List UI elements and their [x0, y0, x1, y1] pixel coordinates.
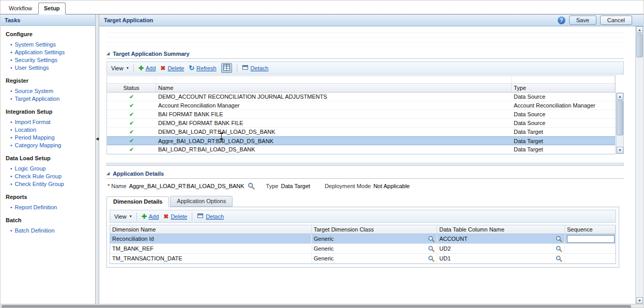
chevron-down-icon: ▾: [130, 214, 132, 219]
header-actions: ? Save Cancel: [558, 16, 632, 25]
add-button[interactable]: ✚ Add: [142, 213, 159, 220]
status-ok-icon: ✔: [129, 120, 134, 127]
sidebar-item-target-application[interactable]: •Target Application: [6, 95, 93, 102]
view-menu-button[interactable]: View ▾: [114, 213, 132, 220]
status-ok-icon: ✔: [129, 129, 134, 135]
collapse-triangle-icon[interactable]: ◢: [106, 51, 110, 56]
toolbar-separator: [192, 212, 192, 221]
column-header-sequence[interactable]: Sequence: [565, 225, 616, 234]
search-lookup-icon[interactable]: [553, 245, 562, 252]
cancel-button[interactable]: Cancel: [600, 16, 632, 25]
column-header-type[interactable]: Type: [512, 84, 615, 92]
column-header-status[interactable]: Status: [107, 84, 156, 92]
required-asterisk: *: [108, 183, 110, 189]
horizontal-panel-splitter[interactable]: [106, 163, 624, 166]
sidebar-item-import-format[interactable]: •Import Format: [6, 118, 93, 126]
status-cell: ✔: [107, 93, 156, 101]
sidebar-item-check-entity-group[interactable]: •Check Entity Group: [6, 180, 93, 188]
target-dimension-class-cell: Generic: [312, 244, 437, 253]
deployment-mode-label: Deployment Mode: [325, 183, 371, 189]
search-lookup-icon[interactable]: [553, 255, 562, 262]
sidebar-section-data-load-setup: Data Load Setup•Logic Group•Check Rule G…: [6, 155, 93, 188]
details-section-title: Application Details: [113, 171, 164, 177]
add-icon: ✚: [139, 65, 144, 72]
horizontal-scrollbar[interactable]: [1, 304, 643, 308]
column-header-dimension-name[interactable]: Dimension Name: [110, 225, 312, 234]
tab-setup[interactable]: Setup: [38, 3, 66, 14]
scrollbar-thumb[interactable]: [617, 100, 623, 135]
tab-application-options[interactable]: Application Options: [170, 196, 233, 207]
application-details-section: ◢ Application Details * Name Aggre_BAI_L…: [106, 170, 624, 268]
summary-table-row[interactable]: ✔Aggre_BAI_LOAD_RT:BAI_LOAD_DS_BANKData …: [107, 136, 615, 145]
sidebar-item-check-rule-group[interactable]: •Check Rule Group: [6, 172, 93, 180]
scroll-up-icon[interactable]: ▲: [636, 26, 643, 33]
column-header-target-dimension-class[interactable]: Target Dimension Class: [312, 225, 437, 234]
splitter-collapse-icon[interactable]: ◀: [96, 136, 99, 141]
summary-table-row[interactable]: ✔DEMO_BAI FORMAT BANK FILEData Source: [107, 119, 615, 128]
summary-table-row[interactable]: ✔BAI FORMAT BANK FILEData Source: [107, 110, 615, 119]
collapse-triangle-icon[interactable]: ◢: [106, 171, 110, 176]
summary-table-row[interactable]: ✔BAI_LOAD_RT:BAI_LOAD_DS_BANKData Target: [107, 145, 615, 154]
save-button[interactable]: Save: [569, 16, 596, 25]
add-label: Add: [149, 213, 159, 220]
sidebar-section-heading: Batch: [6, 217, 93, 223]
sidebar-item-location[interactable]: •Location: [6, 126, 93, 133]
sidebar-item-system-settings[interactable]: •System Settings: [6, 40, 93, 48]
sidebar-section-heading: Data Load Setup: [6, 155, 93, 161]
name-search-lookup-icon[interactable]: [248, 182, 255, 190]
column-header-data-table-column-name[interactable]: Data Table Column Name: [437, 225, 565, 234]
detach-button[interactable]: Detach: [197, 212, 224, 220]
scroll-up-icon[interactable]: ▲: [617, 93, 623, 100]
sidebar-section-heading: Integration Setup: [6, 109, 93, 115]
type-filter-cell[interactable]: [512, 76, 615, 83]
sequence-input[interactable]: [567, 235, 615, 243]
view-menu-button[interactable]: View ▾: [111, 65, 129, 71]
summary-table-row[interactable]: ✔DEMO_ACCOUNT RECONCILIATION JOURNAL ADJ…: [107, 93, 615, 101]
delete-button[interactable]: ✖ Delete: [160, 65, 184, 72]
add-button[interactable]: ✚ Add: [139, 65, 156, 72]
sidebar-item-user-settings[interactable]: •User Settings: [6, 64, 93, 71]
column-header-name[interactable]: Name: [156, 84, 512, 92]
sidebar-item-period-mapping[interactable]: •Period Mapping: [6, 133, 93, 141]
search-lookup-icon[interactable]: [553, 236, 562, 242]
help-icon[interactable]: ?: [558, 17, 565, 24]
bullet-icon: •: [10, 88, 12, 94]
search-lookup-icon[interactable]: [425, 236, 435, 242]
tab-dimension-details[interactable]: Dimension Details: [106, 196, 169, 207]
summary-filter-row[interactable]: [107, 76, 615, 84]
refresh-button[interactable]: ↻ Refresh: [189, 64, 216, 72]
sidebar-item-source-system[interactable]: •Source System: [6, 87, 93, 95]
sidebar-item-report-definition[interactable]: •Report Definition: [6, 203, 93, 211]
delete-icon: ✖: [163, 213, 168, 220]
sidebar-item-batch-definition[interactable]: •Batch Definition: [6, 226, 93, 234]
bullet-icon: •: [10, 166, 12, 172]
main-area: Target Application ? Save Cancel ◢ Targe…: [99, 14, 643, 304]
delete-button[interactable]: ✖ Delete: [163, 213, 187, 220]
dimension-table-row[interactable]: TM_TRANSACTION_DATEGenericUD1: [110, 254, 616, 264]
name-filter-cell[interactable]: [156, 76, 512, 83]
status-cell: ✔: [107, 101, 156, 110]
tab-workflow[interactable]: Workflow: [4, 3, 37, 14]
summary-table-row[interactable]: ✔DEMO_BAI_LOAD_RT:BAI_LOAD_DS_BANKData T…: [107, 128, 615, 136]
sidebar-item-security-settings[interactable]: •Security Settings: [6, 56, 93, 64]
dimension-table-row[interactable]: Reconciliation IdGenericACCOUNT: [110, 234, 616, 244]
bullet-icon: •: [10, 174, 12, 179]
horizontal-scrollbar-thumb[interactable]: [2, 305, 631, 308]
sidebar-item-application-settings[interactable]: •Application Settings: [6, 48, 93, 56]
scrollbar-thumb[interactable]: [636, 34, 643, 57]
scroll-down-icon[interactable]: ▼: [617, 147, 623, 153]
sidebar-item-logic-group[interactable]: •Logic Group: [6, 164, 93, 172]
detach-button[interactable]: Detach: [242, 64, 269, 72]
summary-table-scrollbar[interactable]: ▲ ▼: [616, 93, 624, 154]
dimension-table-row[interactable]: TM_BANK_REFGenericUD2: [110, 244, 616, 254]
scroll-down-icon[interactable]: ▼: [636, 297, 643, 304]
search-lookup-icon[interactable]: [425, 245, 435, 252]
summary-table-row[interactable]: ✔Account Reconciliation ManagerAccount R…: [107, 101, 615, 110]
sidebar-splitter[interactable]: ◀: [96, 14, 99, 304]
sidebar-item-category-mapping[interactable]: •Category Mapping: [6, 141, 93, 149]
dimension-name-cell: TM_TRANSACTION_DATE: [110, 254, 312, 263]
details-section-header: ◢ Application Details: [106, 170, 624, 179]
query-by-example-toggle-button[interactable]: [221, 63, 232, 73]
main-vertical-scrollbar[interactable]: ▲ ▼: [635, 26, 643, 304]
search-lookup-icon[interactable]: [425, 255, 435, 262]
